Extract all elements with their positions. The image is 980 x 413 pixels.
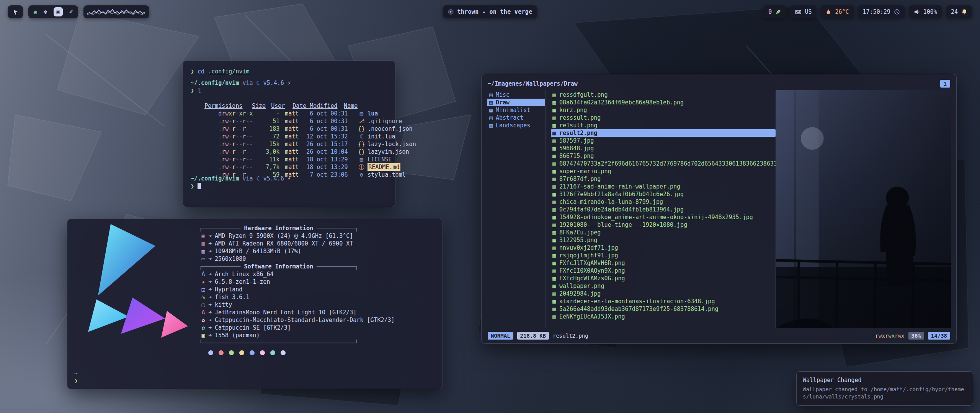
workspace-icon-1[interactable]: ◉ xyxy=(34,7,37,16)
file-owner: matt xyxy=(285,148,301,156)
system-graph-widget[interactable] xyxy=(83,5,149,18)
file-list-item[interactable]: ▦0c794faf07de24a4db4d4fb1eb813964.jpg xyxy=(551,206,776,213)
sidebar-folder-item[interactable]: ▤Landscapes xyxy=(487,122,545,129)
fetch-row-icon: ▣ xyxy=(199,332,207,339)
notification-popup[interactable]: Wallpaper Changed Wallpaper changed to /… xyxy=(796,371,973,406)
sidebar-folder-item[interactable]: ▤Misc xyxy=(487,91,545,99)
file-list-item[interactable]: ▦atardecer-en-la-montanas-ilustracion-63… xyxy=(551,298,776,305)
arrow-icon: ➜ xyxy=(208,248,212,255)
file-list-item[interactable]: ▦resssult.png xyxy=(551,114,776,122)
top-bar: ◉ ✾ ▣ ✐ thrown - on the verge 0 xyxy=(8,5,972,19)
sidebar-folder-item[interactable]: ▤Minimalist xyxy=(487,106,545,114)
software-rows: Λ➜Arch Linux x86_64 ✦➜6.5.8-zen1-1-zen ◱… xyxy=(199,270,421,339)
file-list-item[interactable]: ▦596848.jpg xyxy=(551,145,776,152)
file-list-item[interactable]: ▦kurz.png xyxy=(551,106,776,114)
file-list-item[interactable]: ▦8FKa7Cu.jpeg xyxy=(551,229,776,236)
image-file-icon: ▦ xyxy=(552,282,556,290)
fetch-row-text: 1558 (pacman) xyxy=(215,332,260,339)
file-list-item[interactable]: ▦super-mario.png xyxy=(551,167,776,175)
file-list-item[interactable]: ▦wallpaper.png xyxy=(551,282,776,290)
image-file-icon: ▦ xyxy=(552,129,556,137)
file-list-name: FXfcJlTXgAMvH6R.png xyxy=(559,259,625,267)
file-list-item[interactable]: ▦FXfcHgcWIAMzs0G.png xyxy=(551,275,776,282)
selected-filename: result2.png xyxy=(553,332,588,340)
file-date: 26 oct 15:17 xyxy=(306,140,352,148)
file-owner: matt xyxy=(285,140,301,148)
launcher-button[interactable] xyxy=(8,5,23,18)
sidebar-folder-item[interactable]: ▤Draw xyxy=(487,99,545,106)
file-list-name: wallpaper.png xyxy=(559,282,604,290)
file-list-name: 866715.png xyxy=(559,152,594,160)
tray-counter-pill[interactable]: 0 xyxy=(763,5,786,18)
arrow-icon: ➜ xyxy=(208,233,212,239)
image-file-icon: ▦ xyxy=(552,229,556,236)
workspace-icon-2[interactable]: ✾ xyxy=(44,7,47,16)
arrow-icon: ➜ xyxy=(208,332,212,339)
file-type-icon: ☾ xyxy=(358,133,365,140)
fetch-info-row: ◱➜Hyprland xyxy=(199,286,421,293)
file-list-item[interactable]: ▦EeNKYgIUcAAJ5JX.png xyxy=(551,313,776,320)
file-list-item[interactable]: ▦3122955.png xyxy=(551,236,776,244)
notification-pill[interactable]: 24 xyxy=(946,5,972,18)
file-name: LICENSE xyxy=(368,156,392,163)
file-list-item[interactable]: ▦68747470733a2f2f696d616765732d7769786d7… xyxy=(551,160,776,167)
file-list-name: chica-mirando-la-luna-8799.jpg xyxy=(559,198,663,206)
file-list-item[interactable]: ▦866715.png xyxy=(551,152,776,160)
file-list-name: 0c794faf07de24a4db4d4fb1eb813964.jpg xyxy=(559,206,684,213)
fetch-row-icon: ▣ xyxy=(199,232,207,240)
file-list-item[interactable]: ▦nnvuv0xj2df71.jpg xyxy=(551,244,776,252)
workspace-icon-active[interactable]: ▣ xyxy=(54,7,63,16)
image-file-icon: ▦ xyxy=(552,152,556,160)
file-list-item[interactable]: ▦154928-odinokoe_anime-art-anime-okno-si… xyxy=(551,213,776,221)
file-list-item[interactable]: ▦20492984.jpg xyxy=(551,290,776,298)
file-list-item[interactable]: ▦rsjqojlmjhf91.jpg xyxy=(551,252,776,259)
temperature-pill[interactable]: 26°C xyxy=(820,5,854,18)
file-manager-window[interactable]: ~/Imagenes/Wallpapers/Draw 1 ▤Misc ▤Draw… xyxy=(481,74,957,344)
file-list-item[interactable]: ▦19201080-__blue-tinge__-1920×1080.jpg xyxy=(551,221,776,229)
file-list-item[interactable]: ▦chica-mirando-la-luna-8799.jpg xyxy=(551,198,776,206)
starship-prompt-line: ~/.config/nvim via ☾ v5.4.6 ⚡ xyxy=(191,79,387,87)
file-list-item[interactable]: ▦FXfcII0X0AQyn9X.png xyxy=(551,267,776,275)
file-date: 6 oct 00:31 xyxy=(306,110,352,117)
file-list-item[interactable]: ▦re1sult.png xyxy=(551,122,776,129)
image-file-icon: ▦ xyxy=(552,99,556,106)
file-list-name: 217167-sad-anime-rain-wallpaper.png xyxy=(559,183,680,190)
file-owner: matt xyxy=(285,117,301,125)
image-file-icon: ▦ xyxy=(552,183,556,190)
volume-pill[interactable]: 100% xyxy=(909,5,942,18)
file-size: 3,0k xyxy=(262,148,279,156)
media-player-pill[interactable]: thrown - on the verge xyxy=(443,5,537,18)
arrow-icon: ➜ xyxy=(208,294,212,301)
file-type-icon: ⚙ xyxy=(358,171,365,179)
file-name: lazyvim.json xyxy=(368,148,409,156)
sidebar-folder-item[interactable]: ▤Abstract xyxy=(487,114,545,122)
image-file-icon: ▦ xyxy=(552,305,556,313)
file-owner: matt xyxy=(285,110,301,117)
folder-icon: ▤ xyxy=(489,106,493,114)
fetch-info-row: ∿➜fish 3.6.1 xyxy=(199,293,421,301)
fetch-info-row: ▣➜AMD Ryzen 9 5900X (24) @ 4.9GHz [61.3°… xyxy=(199,232,421,240)
file-list-item[interactable]: ▦87r687df.png xyxy=(551,175,776,183)
terminal-fetch-window[interactable]: ┌─────────── Hardware Information ──────… xyxy=(67,219,443,389)
keyboard-layout-pill[interactable]: US xyxy=(790,5,817,18)
file-list-item[interactable]: ▦result2.png xyxy=(551,129,776,137)
file-type-icon: {} xyxy=(358,148,365,156)
file-list-item[interactable]: ▦ressdfgult.png xyxy=(551,91,776,99)
clock-pill[interactable]: 17:50:29 xyxy=(858,5,905,18)
workspace-icon-4[interactable]: ✐ xyxy=(69,7,73,16)
file-manager-panes: ▤Misc ▤Draw ▤Minimalist ▤Abstract ▤Lands… xyxy=(487,90,951,328)
file-list-item[interactable]: ▦5a266e448add93deab367d87173e9f25-683788… xyxy=(551,305,776,313)
file-date: 6 oct 00:31 xyxy=(306,117,352,125)
image-file-icon: ▦ xyxy=(552,145,556,152)
file-list-item[interactable]: ▦217167-sad-anime-rain-wallpaper.png xyxy=(551,183,776,190)
terminal-nvim-window[interactable]: ❯ cd .config/nvim ~/.config/nvim via ☾ v… xyxy=(183,60,395,207)
file-list-item[interactable]: ▦FXfcJlTXgAMvH6R.png xyxy=(551,259,776,267)
file-list-item[interactable]: ▦587597.jpg xyxy=(551,137,776,145)
file-list-item[interactable]: ▦3126f7e9bbf21a8a4af0b67b041c6e26.jpg xyxy=(551,190,776,198)
tab-badge[interactable]: 1 xyxy=(940,80,950,88)
file-list-pane: ▦ressdfgult.png ▦08a634fa02a32364f69ebc8… xyxy=(545,90,776,328)
topbar-left-group: ◉ ✾ ▣ ✐ xyxy=(8,5,149,18)
file-name: lua xyxy=(368,110,378,117)
fetch-row-text: 6.5.8-zen1-1-zen xyxy=(215,278,270,285)
file-list-item[interactable]: ▦08a634fa02a32364f69ebc86a98eb1eb.png xyxy=(551,99,776,106)
